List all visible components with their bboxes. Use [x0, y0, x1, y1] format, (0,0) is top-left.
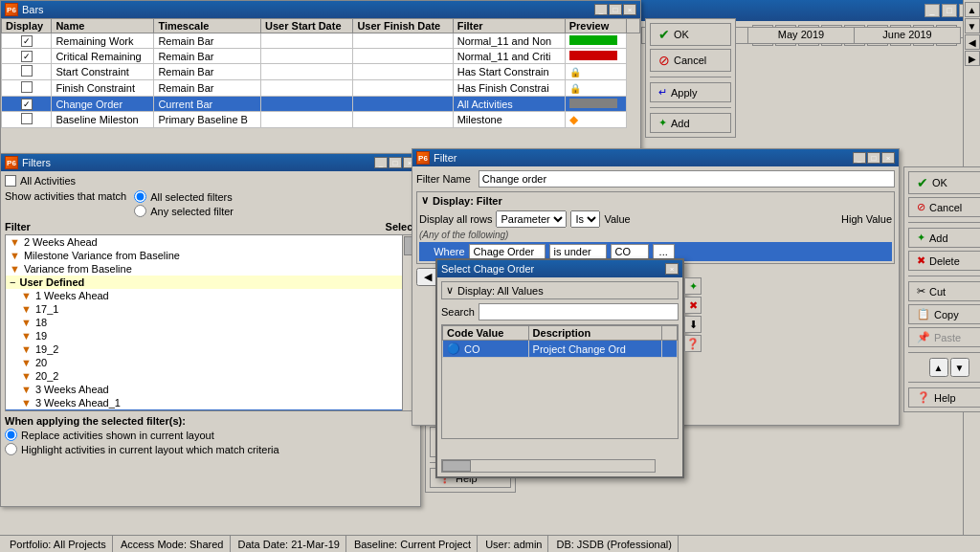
list-item[interactable]: ▼ 19: [6, 329, 402, 342]
any-selected-radio[interactable]: [134, 205, 146, 217]
bars-cancel-btn[interactable]: ⊘ Cancel: [650, 49, 731, 72]
filter-dialog-maximize[interactable]: □: [867, 152, 880, 164]
fd-paste-btn[interactable]: 📌 Paste: [908, 327, 980, 347]
display-all-rows-select[interactable]: Parameter: [496, 210, 567, 228]
select-delete-btn[interactable]: ✖: [684, 297, 702, 314]
all-selected-radio[interactable]: [134, 190, 146, 203]
row1-checkbox[interactable]: [21, 35, 33, 47]
search-input[interactable]: [479, 303, 679, 320]
select-code-value: 🔵 CO: [443, 341, 529, 358]
change-order-checkbox[interactable]: [387, 410, 398, 411]
row2-preview: [565, 49, 626, 64]
add-icon: ✦: [917, 232, 925, 244]
right-tb-btn-3[interactable]: ◀: [965, 34, 980, 50]
copy-icon: 📋: [917, 308, 930, 320]
list-item[interactable]: ▼ 20: [6, 356, 402, 369]
fd-copy-btn[interactable]: 📋 Copy: [908, 304, 980, 324]
select-add-btn[interactable]: ✦: [684, 277, 702, 295]
bars-minimize[interactable]: _: [594, 4, 608, 15]
bars-ok-btn[interactable]: ✔ OK: [650, 23, 731, 46]
bars-apply-btn[interactable]: ↵ Apply: [650, 82, 731, 102]
list-item[interactable]: ▼ 3 Weeks Ahead_1: [6, 396, 402, 409]
select-code-header: Code Value: [443, 326, 529, 341]
filter-name-14: Change order: [35, 410, 100, 411]
all-activities-checkbox[interactable]: [5, 175, 16, 187]
field-selector[interactable]: Chage Order: [469, 244, 546, 259]
list-item[interactable]: ▼ 3 Weeks Ahead: [6, 383, 402, 396]
user-defined-group[interactable]: − User Defined: [6, 276, 402, 289]
row2-checkbox[interactable]: [21, 51, 33, 62]
right-tb-btn-1[interactable]: ▲: [965, 2, 980, 17]
select-hscrollbar[interactable]: [441, 459, 656, 473]
select-btn3[interactable]: ⬇: [684, 316, 702, 333]
bars-window-icon: P6: [5, 3, 18, 16]
list-item[interactable]: ▼ Milestone Variance from Baseline: [6, 249, 402, 262]
row1-name: Remaining Work: [52, 33, 154, 49]
row3-timescale: Remain Bar: [154, 64, 261, 80]
list-item[interactable]: ▼ 2 Weeks Ahead: [6, 235, 402, 249]
right-tb-btn-4[interactable]: ▶: [965, 51, 980, 66]
select-dialog-title-bar: Select Chage Order ×: [437, 260, 682, 277]
filter-name-input[interactable]: [479, 170, 895, 188]
select-dialog-close[interactable]: ×: [665, 263, 679, 275]
row1-filter: Normal_11 and Non: [453, 33, 565, 49]
list-item[interactable]: ▼ 18: [6, 316, 402, 329]
row4-checkbox[interactable]: [21, 81, 33, 93]
filter-icon-3: ▼: [10, 263, 20, 275]
table-row-selected[interactable]: Change Order Current Bar All Activities: [2, 97, 640, 112]
value-field[interactable]: CO: [611, 244, 649, 259]
list-item[interactable]: ▼ 20_2: [6, 369, 402, 383]
display-allvalues-icon: ∨: [446, 284, 454, 297]
replace-radio[interactable]: [5, 429, 17, 441]
filters-maximize[interactable]: □: [389, 157, 402, 168]
select-row-selected[interactable]: 🔵 CO Project Change Ord: [443, 341, 678, 358]
filters-window: P6 Filters _ □ × All Activities Show act…: [0, 153, 421, 507]
fd-add-btn[interactable]: ✦ Add: [908, 228, 980, 248]
row5-preview: [565, 97, 626, 112]
row2-name: Critical Remaining: [52, 49, 154, 64]
filter-name-11: 20_2: [35, 370, 58, 382]
filter-icon-6: ▼: [21, 303, 32, 315]
select-row-icon: 🔵: [447, 342, 460, 355]
is-select[interactable]: Is: [570, 210, 600, 228]
filter-icon-2: ▼: [10, 250, 20, 261]
bars-close[interactable]: ×: [623, 4, 636, 15]
filter-name-2: Milestone Variance from Baseline: [24, 250, 180, 261]
bars-add-btn[interactable]: ✦ Add: [650, 113, 731, 133]
fd-down-btn[interactable]: ▼: [950, 358, 969, 377]
filter-dialog-close[interactable]: ×: [881, 152, 895, 164]
cut-icon: ✂: [917, 285, 925, 298]
show-label: Show activities that match: [5, 190, 126, 217]
fd-help-btn[interactable]: ❓ Help: [908, 387, 980, 408]
filter-dialog-minimize[interactable]: _: [853, 152, 866, 164]
minimize-btn[interactable]: _: [924, 4, 940, 17]
row3-checkbox[interactable]: [21, 65, 33, 77]
maximize-btn[interactable]: □: [942, 4, 957, 17]
row2-filter: Normal_11 and Criti: [453, 49, 565, 64]
list-item[interactable]: ▼ 17_1: [6, 302, 402, 316]
row5-checkbox[interactable]: [21, 99, 33, 110]
fd-delete-btn[interactable]: ✖ Delete: [908, 251, 980, 271]
fd-ok-btn[interactable]: ✔ OK: [908, 171, 980, 194]
value-browse-btn[interactable]: ...: [653, 244, 675, 259]
change-order-list-item[interactable]: ▼ Change order: [6, 409, 402, 411]
filters-minimize[interactable]: _: [374, 157, 388, 168]
highlight-radio[interactable]: [5, 443, 17, 455]
fd-up-btn[interactable]: ▲: [929, 358, 948, 377]
display-allvalues-header[interactable]: ∨ Display: All Values: [441, 281, 679, 299]
right-tb-btn-2[interactable]: ▼: [965, 18, 980, 33]
status-bar: Portfolio: All Projects Access Mode: Sha…: [0, 535, 980, 552]
list-item[interactable]: ▼ 1 Weeks Ahead: [6, 289, 402, 302]
list-item[interactable]: ▼ Variance from Baseline: [6, 262, 402, 276]
bars-maximize[interactable]: □: [609, 4, 622, 15]
list-item[interactable]: ▼ 19_2: [6, 342, 402, 356]
row6-name: Baseline Mileston: [52, 112, 154, 128]
condition-selector[interactable]: is under: [549, 244, 607, 259]
display-collapse-header[interactable]: ∨ Display: Filter: [417, 192, 894, 209]
select-btn4[interactable]: ❓: [684, 335, 702, 352]
row6-checkbox[interactable]: [21, 113, 33, 124]
fd-cut-btn[interactable]: ✂ Cut: [908, 281, 980, 301]
search-row: Search: [441, 303, 679, 320]
filter-name-3: Variance from Baseline: [24, 263, 132, 275]
fd-cancel-btn[interactable]: ⊘ Cancel: [908, 197, 980, 217]
